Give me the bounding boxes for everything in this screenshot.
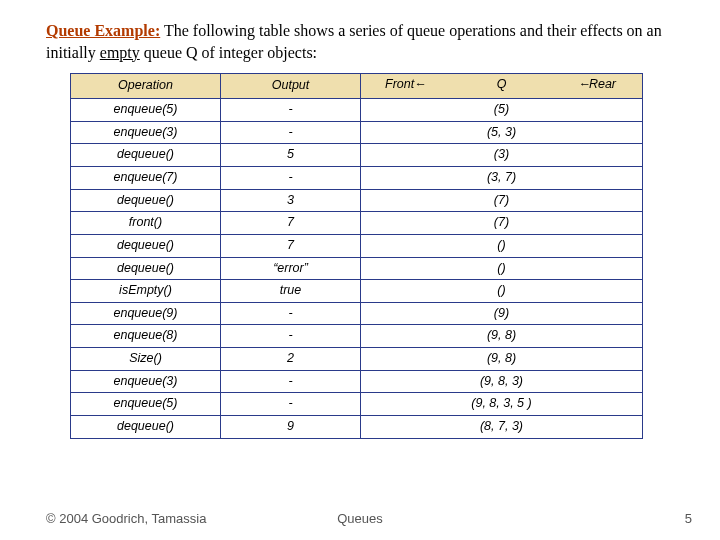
col-operation: Operation (71, 74, 221, 99)
cell-output: - (221, 99, 361, 122)
cell-operation: dequeue() (71, 189, 221, 212)
cell-state: () (361, 280, 643, 303)
table-row: dequeue()9(8, 7, 3) (71, 415, 643, 438)
cell-state: (8, 7, 3) (361, 415, 643, 438)
cell-output: 7 (221, 212, 361, 235)
cell-operation: enqueue(3) (71, 121, 221, 144)
cell-operation: front() (71, 212, 221, 235)
table-row: enqueue(3)-(5, 3) (71, 121, 643, 144)
cell-operation: dequeue() (71, 257, 221, 280)
cell-state: (5, 3) (361, 121, 643, 144)
table-row: dequeue()7() (71, 234, 643, 257)
table-row: enqueue(5)-(5) (71, 99, 643, 122)
cell-output: 2 (221, 348, 361, 371)
table-row: enqueue(3)-(9, 8, 3) (71, 370, 643, 393)
cell-state: (9, 8, 3) (361, 370, 643, 393)
cell-operation: dequeue() (71, 234, 221, 257)
cell-operation: isEmpty() (71, 280, 221, 303)
table-row: enqueue(9)-(9) (71, 302, 643, 325)
table-row: enqueue(7)-(3, 7) (71, 167, 643, 190)
table-header-row: Operation Output Front← Q ←Rear (71, 74, 643, 99)
cell-operation: enqueue(7) (71, 167, 221, 190)
cell-state: (9) (361, 302, 643, 325)
cell-operation: Size() (71, 348, 221, 371)
slide-heading: Queue Example: The following table shows… (46, 20, 680, 63)
cell-output: “error” (221, 257, 361, 280)
queue-table-container: Operation Output Front← Q ←Rear (70, 73, 642, 438)
slide: Queue Example: The following table shows… (0, 0, 720, 540)
cell-state: (3) (361, 144, 643, 167)
heading-title: Queue Example: (46, 22, 160, 39)
table-row: dequeue()“error”() (71, 257, 643, 280)
cell-output: 9 (221, 415, 361, 438)
state-header-labels: Front← Q ←Rear (365, 77, 638, 95)
arrow-left-icon: ← (414, 77, 425, 93)
cell-operation: dequeue() (71, 144, 221, 167)
cell-output: - (221, 370, 361, 393)
state-q-label: Q (497, 77, 507, 93)
queue-table: Operation Output Front← Q ←Rear (70, 73, 643, 438)
cell-state: (5) (361, 99, 643, 122)
table-row: dequeue()5(3) (71, 144, 643, 167)
cell-output: - (221, 302, 361, 325)
col-output: Output (221, 74, 361, 99)
arrow-left-icon: ← (578, 77, 589, 93)
table-row: enqueue(8)-(9, 8) (71, 325, 643, 348)
cell-state: () (361, 234, 643, 257)
cell-output: - (221, 167, 361, 190)
cell-output: - (221, 393, 361, 416)
cell-output: - (221, 121, 361, 144)
col-state: Front← Q ←Rear (361, 74, 643, 99)
table-row: enqueue(5)-(9, 8, 3, 5 ) (71, 393, 643, 416)
table-body: enqueue(5)-(5)enqueue(3)-(5, 3)dequeue()… (71, 99, 643, 438)
footer-page: 5 (685, 511, 692, 526)
footer-copyright: © 2004 Goodrich, Tamassia (46, 511, 206, 526)
table-row: front()7(7) (71, 212, 643, 235)
table-row: Size()2(9, 8) (71, 348, 643, 371)
cell-state: (9, 8, 3, 5 ) (361, 393, 643, 416)
cell-output: 5 (221, 144, 361, 167)
cell-output: 3 (221, 189, 361, 212)
table-row: dequeue()3(7) (71, 189, 643, 212)
cell-output: - (221, 325, 361, 348)
cell-output: 7 (221, 234, 361, 257)
cell-operation: enqueue(9) (71, 302, 221, 325)
cell-operation: enqueue(3) (71, 370, 221, 393)
cell-operation: enqueue(5) (71, 393, 221, 416)
cell-state: (7) (361, 189, 643, 212)
heading-emph: empty (100, 44, 140, 61)
cell-operation: enqueue(5) (71, 99, 221, 122)
cell-operation: dequeue() (71, 415, 221, 438)
heading-text-2: queue Q of integer objects: (140, 44, 317, 61)
cell-state: () (361, 257, 643, 280)
footer-center: Queues (337, 511, 383, 526)
cell-operation: enqueue(8) (71, 325, 221, 348)
cell-state: (9, 8) (361, 325, 643, 348)
table-row: isEmpty()true() (71, 280, 643, 303)
cell-output: true (221, 280, 361, 303)
state-front-label: Front← (385, 77, 425, 93)
cell-state: (3, 7) (361, 167, 643, 190)
cell-state: (7) (361, 212, 643, 235)
cell-state: (9, 8) (361, 348, 643, 371)
state-rear-label: ←Rear (578, 77, 616, 93)
